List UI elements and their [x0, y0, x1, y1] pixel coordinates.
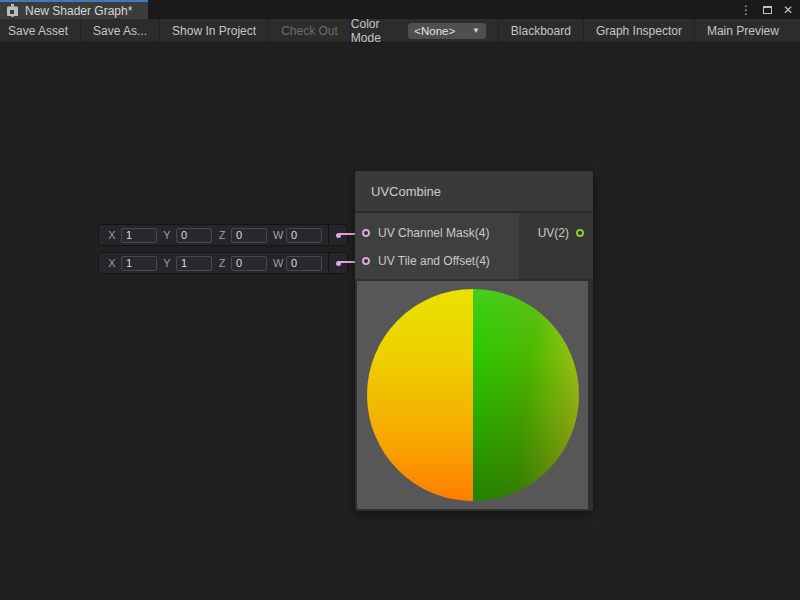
vector-x-field[interactable]: 1	[121, 228, 157, 243]
maximize-button[interactable]	[761, 3, 773, 17]
vector-w-label: W	[273, 229, 281, 241]
close-icon: ✕	[783, 4, 793, 16]
shader-graph-asset-icon	[6, 4, 19, 17]
node-header[interactable]: UVCombine	[355, 171, 593, 213]
graph-inspector-toggle-button[interactable]: Graph Inspector	[583, 19, 694, 42]
vector-w-label: W	[273, 257, 281, 269]
preview-sphere	[367, 289, 579, 501]
shader-graph-toolbar: Save Asset Save As... Show In Project Ch…	[0, 19, 800, 43]
vector-y-label: Y	[163, 257, 171, 269]
shader-graph-tab[interactable]: New Shader Graph*	[0, 0, 148, 19]
show-in-project-button[interactable]: Show In Project	[160, 19, 269, 42]
input-port-row-uv-tile-offset: UV Tile and Offset(4)	[355, 247, 519, 275]
vector4-input-row-1: X 1 Y 0 Z 0 W 0	[98, 224, 348, 246]
vector2-port-icon[interactable]	[576, 229, 584, 237]
color-mode-value: <None>	[414, 25, 455, 37]
shader-graph-window: New Shader Graph* ⋮ ✕ Save Asset Save As…	[0, 0, 800, 600]
close-button[interactable]: ✕	[782, 3, 794, 17]
node-output-section: UV(2)	[519, 213, 593, 279]
node-preview	[357, 281, 588, 509]
tab-bar: New Shader Graph* ⋮ ✕	[0, 0, 800, 19]
vector4-port-icon[interactable]	[362, 257, 370, 265]
chevron-down-icon: ▼	[472, 26, 480, 35]
input-port-row-uv-channel-mask: UV Channel Mask(4)	[355, 219, 519, 247]
output-port-label: UV(2)	[538, 226, 569, 240]
vector4-input-row-2: X 1 Y 1 Z 0 W 0	[98, 252, 348, 274]
vector-x-label: X	[108, 229, 116, 241]
color-mode-label: Color Mode	[351, 17, 399, 45]
node-body: UV Channel Mask(4) UV Tile and Offset(4)…	[355, 213, 593, 279]
color-mode-dropdown[interactable]: <None> ▼	[408, 23, 486, 39]
blackboard-toggle-button[interactable]: Blackboard	[498, 19, 583, 42]
sphere-left-gradient	[367, 289, 473, 501]
input-port-label: UV Channel Mask(4)	[378, 226, 489, 240]
vector-z-label: Z	[218, 257, 226, 269]
vector-y-field[interactable]: 0	[176, 228, 212, 243]
save-as-button[interactable]: Save As...	[81, 19, 160, 42]
uvcombine-node[interactable]: UVCombine UV Channel Mask(4) UV Tile and…	[355, 171, 593, 511]
vector-z-field[interactable]: 0	[231, 256, 267, 271]
output-port-row-uv: UV(2)	[519, 219, 593, 247]
color-mode-group: Color Mode <None> ▼	[351, 19, 498, 42]
vector-z-label: Z	[218, 229, 226, 241]
vector-x-field[interactable]: 1	[121, 256, 157, 271]
node-input-section: UV Channel Mask(4) UV Tile and Offset(4)	[355, 213, 519, 279]
vector-z-field[interactable]: 0	[231, 228, 267, 243]
window-controls: ⋮ ✕	[740, 0, 794, 19]
vector4-output-port[interactable]	[328, 225, 347, 245]
vector-y-field[interactable]: 1	[176, 256, 212, 271]
save-asset-button[interactable]: Save Asset	[0, 19, 81, 42]
input-port-label: UV Tile and Offset(4)	[378, 254, 490, 268]
kebab-icon: ⋮	[740, 4, 752, 16]
main-preview-toggle-button[interactable]: Main Preview	[694, 19, 791, 42]
vector-x-label: X	[108, 257, 116, 269]
vector-w-field[interactable]: 0	[286, 256, 322, 271]
sphere-right-gradient	[473, 289, 579, 501]
graph-canvas[interactable]: X 1 Y 0 Z 0 W 0 X 1	[0, 43, 800, 599]
vector4-port-icon[interactable]	[362, 229, 370, 237]
vector-w-field[interactable]: 0	[286, 228, 322, 243]
node-title: UVCombine	[371, 184, 441, 199]
window-menu-button[interactable]: ⋮	[740, 3, 752, 17]
check-out-button: Check Out	[269, 19, 351, 42]
maximize-icon	[763, 6, 772, 14]
vector-y-label: Y	[163, 229, 171, 241]
vector4-output-port[interactable]	[328, 253, 347, 273]
tab-title: New Shader Graph*	[25, 4, 132, 18]
